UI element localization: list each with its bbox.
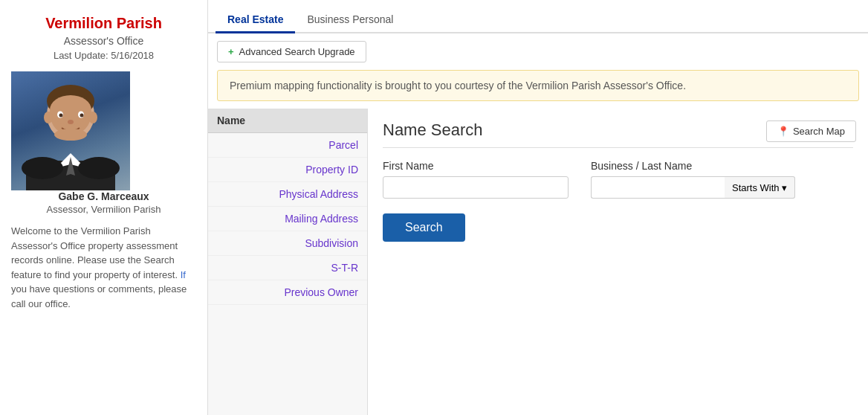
tab-business-personal[interactable]: Business Personal bbox=[295, 7, 405, 33]
avatar bbox=[11, 71, 130, 190]
nav-item-property-id[interactable]: Property ID bbox=[208, 158, 367, 182]
tabs-bar: Real Estate Business Personal bbox=[208, 0, 868, 33]
svg-point-4 bbox=[44, 112, 53, 123]
left-nav-header: Name bbox=[208, 109, 367, 133]
nav-item-str[interactable]: S-T-R bbox=[208, 256, 367, 280]
first-name-label: First Name bbox=[383, 160, 569, 172]
toolbar: + Advanced Search Upgrade bbox=[208, 33, 868, 70]
previous-owner-link[interactable]: Previous Owner bbox=[284, 286, 358, 298]
parcel-link[interactable]: Parcel bbox=[328, 139, 358, 151]
last-update: Last Update: 5/16/2018 bbox=[11, 50, 196, 61]
first-name-input[interactable] bbox=[383, 176, 569, 199]
search-panel: 📍 Search Map Name Search First Name Busi… bbox=[368, 109, 868, 415]
nav-item-mailing-address[interactable]: Mailing Address bbox=[208, 207, 367, 231]
form-row-names: First Name Business / Last Name Starts W… bbox=[383, 160, 853, 199]
nav-item-previous-owner[interactable]: Previous Owner bbox=[208, 280, 367, 305]
svg-point-10 bbox=[68, 120, 74, 124]
nav-item-physical-address[interactable]: Physical Address bbox=[208, 182, 367, 207]
search-map-button[interactable]: 📍 Search Map bbox=[766, 120, 856, 142]
chevron-down-icon: ▾ bbox=[782, 182, 787, 193]
info-banner: Premium mapping functionality is brought… bbox=[217, 70, 859, 101]
svg-point-15 bbox=[22, 157, 63, 179]
parish-title: Vermilion Parish bbox=[11, 15, 196, 32]
nav-item-parcel[interactable]: Parcel bbox=[208, 133, 367, 158]
property-id-link[interactable]: Property ID bbox=[305, 164, 358, 176]
first-name-group: First Name bbox=[383, 160, 569, 199]
advanced-search-button[interactable]: + Advanced Search Upgrade bbox=[217, 41, 366, 62]
last-name-group: Business / Last Name Starts With ▾ bbox=[591, 160, 795, 199]
svg-point-8 bbox=[59, 114, 63, 118]
assessor-role: Assessor, Vermilion Parish bbox=[11, 204, 196, 215]
search-form: First Name Business / Last Name Starts W… bbox=[383, 160, 853, 242]
last-name-label: Business / Last Name bbox=[591, 160, 795, 172]
physical-address-link[interactable]: Physical Address bbox=[279, 188, 358, 200]
left-nav: Name Parcel Property ID Physical Address… bbox=[208, 109, 368, 415]
search-button[interactable]: Search bbox=[383, 213, 465, 242]
str-link[interactable]: S-T-R bbox=[331, 262, 358, 274]
sidebar-description: Welcome to the Vermilion Parish Assessor… bbox=[11, 224, 196, 311]
contact-link[interactable]: If bbox=[181, 269, 186, 280]
starts-with-dropdown[interactable]: Starts With ▾ bbox=[725, 176, 795, 199]
svg-point-5 bbox=[88, 112, 97, 123]
tab-real-estate[interactable]: Real Estate bbox=[216, 7, 295, 33]
main-content: Real Estate Business Personal + Advanced… bbox=[208, 0, 868, 415]
last-name-input[interactable] bbox=[591, 176, 725, 199]
map-pin-icon: 📍 bbox=[777, 126, 789, 137]
sidebar: Vermilion Parish Assessor's Office Last … bbox=[0, 0, 208, 415]
plus-icon: + bbox=[228, 46, 234, 57]
subdivision-link[interactable]: Subdivision bbox=[305, 237, 358, 249]
nav-item-subdivision[interactable]: Subdivision bbox=[208, 231, 367, 256]
svg-point-11 bbox=[54, 129, 87, 141]
mailing-address-link[interactable]: Mailing Address bbox=[285, 213, 358, 225]
office-subtitle: Assessor's Office bbox=[11, 35, 196, 47]
svg-point-16 bbox=[78, 157, 120, 179]
last-name-with-dropdown: Starts With ▾ bbox=[591, 176, 795, 199]
svg-point-9 bbox=[80, 114, 84, 118]
content-area: Name Parcel Property ID Physical Address… bbox=[208, 109, 868, 415]
assessor-name: Gabe G. Marceaux bbox=[11, 190, 196, 202]
